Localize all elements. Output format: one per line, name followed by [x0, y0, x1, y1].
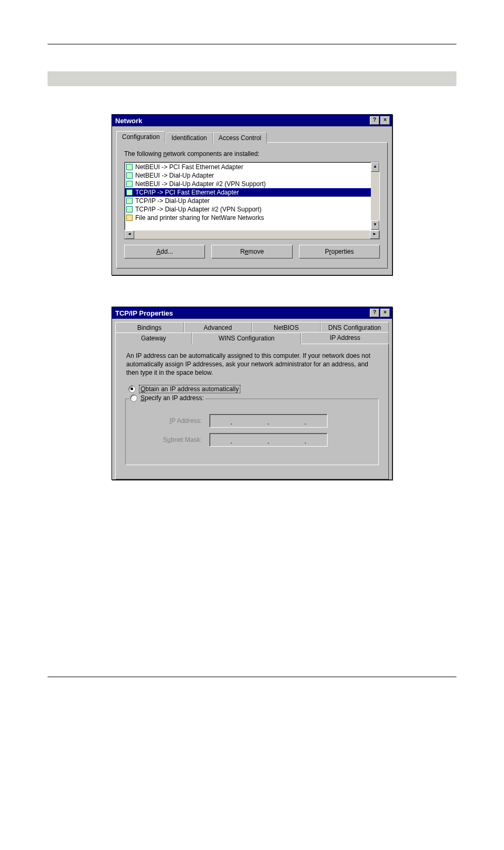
intro-bullet: • Verify that 'Client for Microsoft Netw…	[48, 54, 456, 62]
radio-specify-label[interactable]: Specify an IP address:	[141, 394, 204, 402]
tcpip-titlebar: TCP/IP Properties ? ×	[112, 307, 392, 319]
network-titlebar: Network ? ×	[112, 115, 392, 126]
scroll-up-icon[interactable]: ▲	[371, 162, 379, 172]
tab-dns[interactable]: DNS Configuration	[321, 322, 389, 333]
protocol-icon	[126, 189, 133, 196]
tab-bindings[interactable]: Bindings	[115, 322, 184, 333]
add-button[interactable]: Add...	[124, 245, 205, 258]
list-item[interactable]: TCP/IP -> Dial-Up Adapter #2 (VPN Suppor…	[125, 205, 379, 214]
scrollbar-vertical[interactable]: ▲ ▼	[371, 162, 379, 230]
protocol-icon	[126, 180, 133, 188]
scroll-down-icon[interactable]: ▼	[371, 220, 379, 230]
close-button[interactable]: ×	[380, 309, 390, 317]
after-steps: Click the Gateway tab and remove any ins…	[48, 496, 456, 512]
tab-ip-address[interactable]: IP Address	[301, 332, 389, 344]
components-listbox[interactable]: NetBEUI -> PCI Fast Ethernet Adapter Net…	[124, 162, 380, 230]
footer-left: Preparing Your Network	[48, 687, 120, 695]
specify-ip-group: Specify an IP address: IP Address: ... S…	[125, 399, 379, 465]
subnet-mask-input[interactable]: ...	[209, 433, 328, 447]
list-item[interactable]: File and printer sharing for NetWare Net…	[125, 214, 379, 222]
grey-bar	[48, 71, 456, 86]
tcpip-dialog: TCP/IP Properties ? × Bindings Advanced …	[111, 307, 393, 480]
top-rule	[48, 44, 456, 44]
ip-address-input[interactable]: ...	[209, 414, 328, 428]
radio-obtain-auto[interactable]: Obtain an IP address automatically	[128, 385, 388, 393]
bottom-rule	[48, 677, 456, 677]
help-button[interactable]: ?	[370, 309, 379, 317]
ip-address-label: IP Address:	[133, 417, 209, 424]
subnet-mask-label: Subnet Mask:	[133, 436, 209, 444]
network-title: Network	[115, 117, 142, 125]
list-item[interactable]: NetBEUI -> Dial-Up Adapter #2 (VPN Suppo…	[125, 180, 379, 188]
radio-obtain-label: Obtain an IP address automatically	[139, 385, 240, 393]
tab-identification[interactable]: Identification	[165, 132, 212, 143]
scrollbar-horizontal[interactable]: ◄ ►	[124, 230, 380, 239]
list-item[interactable]: NetBEUI -> Dial-Up Adapter	[125, 171, 379, 180]
radio-icon[interactable]	[130, 394, 137, 402]
tcpip-tabs-front: Gateway WINS Configuration IP Address	[115, 332, 389, 344]
footer-right: C-2	[445, 687, 456, 695]
list-item[interactable]: NetBEUI -> PCI Fast Ethernet Adapter	[125, 163, 379, 171]
header-left: Reference Manual for the MR814v2 Cable/D…	[48, 26, 242, 34]
ip-description: An IP address can be automatically assig…	[116, 344, 388, 377]
protocol-icon	[126, 206, 133, 213]
protocol-icon	[126, 172, 133, 179]
radio-icon	[128, 385, 136, 393]
share-icon	[126, 214, 133, 221]
properties-button[interactable]: Properties	[299, 245, 380, 258]
tab-netbios[interactable]: NetBIOS	[252, 322, 321, 333]
tab-configuration[interactable]: Configuration	[116, 131, 165, 143]
protocol-icon	[126, 163, 133, 171]
list-item[interactable]: TCP/IP -> Dial-Up Adapter	[125, 197, 379, 205]
tab-gateway[interactable]: Gateway	[115, 332, 192, 344]
tab-wins[interactable]: WINS Configuration	[192, 332, 301, 344]
scroll-right-icon[interactable]: ►	[370, 230, 379, 239]
tab-access-control[interactable]: Access Control	[213, 132, 267, 143]
remove-button[interactable]: Remove	[211, 245, 292, 258]
intro-step: Select the TCP/IP entry for your Etherne…	[48, 99, 456, 107]
help-button[interactable]: ?	[370, 116, 379, 125]
components-label: The following network components are ins…	[124, 150, 380, 158]
mid-step: Click the IP Address tab and select Obta…	[48, 291, 456, 299]
list-item-selected[interactable]: TCP/IP -> PCI Fast Ethernet Adapter	[125, 188, 379, 197]
protocol-icon	[126, 197, 133, 205]
tab-advanced[interactable]: Advanced	[184, 322, 253, 333]
network-dialog: Network ? × Configuration Identification…	[111, 114, 393, 275]
tcpip-tabs-back: Bindings Advanced NetBIOS DNS Configurat…	[115, 322, 389, 333]
tcpip-title: TCP/IP Properties	[115, 309, 173, 317]
network-tabs: Configuration Identification Access Cont…	[116, 131, 388, 143]
scroll-left-icon[interactable]: ◄	[125, 230, 134, 239]
close-button[interactable]: ×	[380, 116, 390, 125]
